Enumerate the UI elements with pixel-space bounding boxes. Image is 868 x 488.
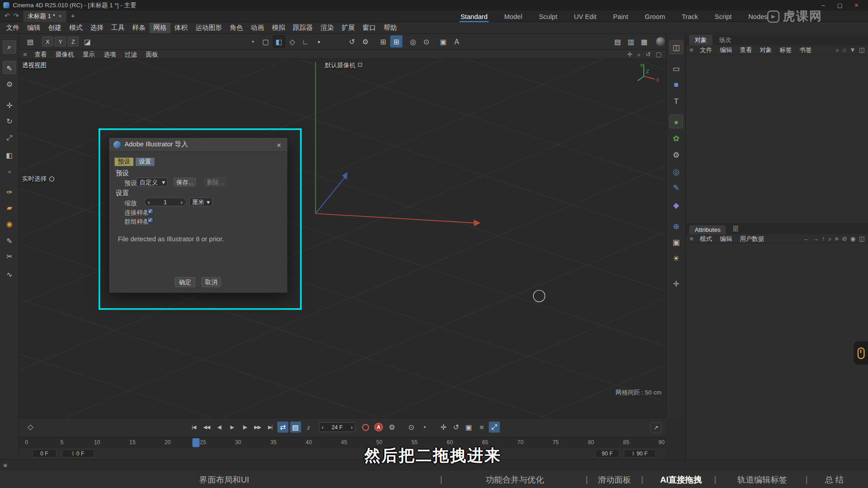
current-frame-field[interactable]: ‹ 24 F › <box>319 422 355 432</box>
attributes-menu-icon[interactable]: ≡ <box>686 235 696 242</box>
cube-icon[interactable]: ■ <box>669 77 683 91</box>
layout-tab-uvedit[interactable]: UV Edit <box>573 10 598 22</box>
status-menu-icon[interactable]: ≡ <box>3 461 7 469</box>
key-filter-icon[interactable]: ⊙ <box>406 422 417 432</box>
frame-prev-icon[interactable]: ‹ <box>321 424 323 430</box>
playhead[interactable] <box>192 438 199 447</box>
prev-frame-button[interactable]: ◀| <box>214 422 225 432</box>
generator-icon[interactable]: ✿ <box>669 131 683 145</box>
record-rotation-icon[interactable]: ↺ <box>451 422 462 432</box>
spline-pen-icon[interactable]: ✎ <box>669 180 683 194</box>
toggle-view-icon[interactable]: ▢ <box>656 51 662 58</box>
deformer-icon[interactable]: ⚙ <box>669 148 683 162</box>
timeline-ruler[interactable]: 0 5 10 15 20 25 30 35 40 45 50 55 60 65 … <box>19 437 666 447</box>
panel-toggle-icon[interactable]: ◫ <box>669 40 683 54</box>
scale-stepper[interactable]: ‹ 1 › <box>144 197 186 206</box>
dialog-tab-preset[interactable]: 预设 <box>114 158 133 166</box>
knife-tool-icon[interactable]: ✂ <box>3 249 16 263</box>
snap-enabled-icon[interactable]: ⊞ <box>390 35 402 47</box>
menu-mode[interactable]: 模式 <box>65 23 86 33</box>
group-splines-checkbox[interactable]: ✓ <box>147 217 153 223</box>
om-menu-edit[interactable]: 编辑 <box>716 46 736 54</box>
next-key-button[interactable]: ▶▶ <box>252 422 263 432</box>
render-sphere-icon[interactable] <box>656 37 665 47</box>
select-tool-icon[interactable]: ⇖ <box>3 61 16 74</box>
edges-mode-icon[interactable]: ∟ <box>299 35 311 47</box>
render-picture-icon[interactable]: ⊙ <box>420 35 432 47</box>
scale-tool-icon[interactable]: ⤢ <box>3 131 16 144</box>
menu-render[interactable]: 渲染 <box>316 23 338 33</box>
sphere-icon[interactable]: ● <box>669 114 683 128</box>
goto-start-button[interactable]: |◀ <box>188 422 199 432</box>
dialog-tab-settings[interactable]: 设置 <box>136 158 155 166</box>
tab-takes[interactable]: 场次 <box>713 35 736 45</box>
ok-button[interactable]: 确定 <box>175 277 195 287</box>
autokey-button[interactable]: A <box>374 423 383 432</box>
joint-icon[interactable]: ✛ <box>669 277 683 291</box>
record-params-icon[interactable]: ≡ <box>476 422 487 432</box>
layout-a-icon[interactable]: ▤ <box>612 35 624 47</box>
zoom-tool-icon[interactable]: ⌕ <box>3 40 16 53</box>
menu-animate[interactable]: 动画 <box>247 23 268 33</box>
material-manager-icon[interactable]: A <box>451 35 463 47</box>
primitive-tool-icon[interactable]: ▰ <box>3 201 16 214</box>
preview-end-field[interactable]: ‖ 90 F <box>624 449 656 457</box>
points-mode-icon[interactable]: ◇ <box>286 35 298 47</box>
menu-tools[interactable]: 工具 <box>108 23 129 33</box>
stepper-left-icon[interactable]: ‹ <box>148 199 150 206</box>
fcurve-editor-icon[interactable]: ↗ <box>651 422 661 433</box>
menu-simulate[interactable]: 模拟 <box>268 23 289 33</box>
record-button[interactable] <box>362 423 369 431</box>
dialog-titlebar[interactable]: Adobe Illustrator 导入 × <box>109 138 287 152</box>
rotate-view-icon[interactable]: ↺ <box>646 51 651 58</box>
workplane-mode-icon[interactable]: ⚙ <box>359 35 372 47</box>
close-window-button[interactable]: ✕ <box>848 2 865 8</box>
attr-menu-edit[interactable]: 编辑 <box>716 235 736 243</box>
undo-icon[interactable]: ↶ <box>5 12 10 20</box>
axis-system-icon[interactable]: ↺ <box>346 35 358 47</box>
menu-spline[interactable]: 样条 <box>128 23 150 33</box>
vp-menu-filter[interactable]: 过滤 <box>120 50 142 58</box>
coord-tool-icon[interactable]: ◧ <box>3 148 16 161</box>
range-handle-icon[interactable]: ‖ <box>632 450 634 456</box>
tab-layers[interactable]: 层 <box>727 224 744 234</box>
back-icon[interactable]: ← <box>803 235 809 242</box>
vp-menu-view[interactable]: 查看 <box>30 50 52 58</box>
shape-icon[interactable]: ▭ <box>669 61 683 75</box>
cancel-button[interactable]: 取消 <box>202 277 221 287</box>
zoom-view-icon[interactable]: ⌕ <box>637 51 641 58</box>
layout-c-icon[interactable]: ▦ <box>638 35 651 47</box>
menu-tracker[interactable]: 跟踪器 <box>289 23 316 33</box>
brush-tool-icon[interactable]: ✎ <box>3 234 16 247</box>
connect-splines-checkbox[interactable]: ✓ <box>147 208 153 214</box>
text-tool-icon[interactable]: T <box>669 94 683 108</box>
model-mode-icon[interactable]: ▢ <box>259 35 272 47</box>
layout-tab-groom[interactable]: Groom <box>644 10 666 22</box>
camera-label[interactable]: 默认摄像机 ⊡ <box>325 61 363 70</box>
stepper-right-icon[interactable]: › <box>181 199 183 206</box>
object-list-area[interactable] <box>686 55 868 223</box>
redo-icon[interactable]: ↷ <box>13 12 19 20</box>
menu-help[interactable]: 帮助 <box>380 23 401 33</box>
frame-next-icon[interactable]: › <box>351 424 353 430</box>
om-menu-bookmarks[interactable]: 书签 <box>796 46 816 54</box>
volume-icon[interactable]: ◆ <box>669 198 683 212</box>
vp-menu-display[interactable]: 显示 <box>78 50 99 58</box>
menu-create[interactable]: 创建 <box>44 23 66 33</box>
prev-key-button[interactable]: ◀◀ <box>201 422 212 432</box>
menu-character[interactable]: 角色 <box>226 23 247 33</box>
tab-objects[interactable]: 对象 <box>689 35 712 45</box>
use-model-axis-icon[interactable]: ◧ <box>273 35 285 47</box>
delete-preset-button[interactable]: 删除... <box>204 178 226 187</box>
record-scale-icon[interactable]: ▣ <box>463 422 474 432</box>
layout-tab-track[interactable]: Track <box>680 10 699 22</box>
menu-window[interactable]: 窗口 <box>359 23 380 33</box>
filter-icon[interactable]: ≡ <box>835 235 839 242</box>
history-icon[interactable]: ▤ <box>24 35 37 47</box>
layout-tab-sculpt[interactable]: Sculpt <box>538 10 558 22</box>
layout-tab-script[interactable]: Script <box>713 10 732 22</box>
play-mode-icon[interactable]: ◔ <box>419 422 429 432</box>
axis-x-button[interactable]: X <box>42 37 53 47</box>
range-handle-icon[interactable]: ‖ <box>72 450 74 456</box>
object-menu-icon[interactable]: ≡ <box>686 47 696 53</box>
